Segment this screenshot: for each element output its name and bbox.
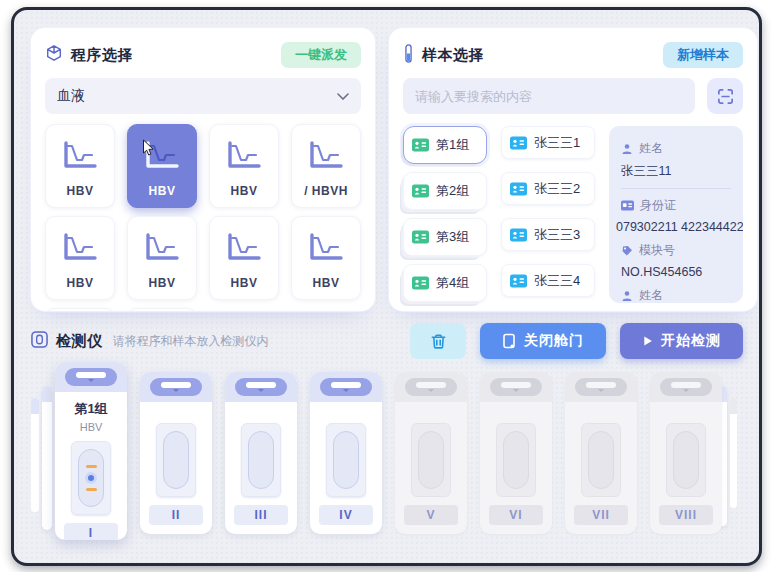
thermal-profile-icon (58, 137, 102, 173)
sample-name-label: 张三三1 (534, 134, 580, 152)
door-icon (502, 333, 516, 349)
clear-button[interactable] (410, 323, 466, 359)
cartridge-socket (156, 423, 196, 497)
hatch-handle-icon (65, 368, 117, 386)
group-column: 第1组 第2组 第3组 第4组 (403, 126, 487, 303)
sample-card-4[interactable]: 张三三4 (501, 264, 595, 297)
slot-numeral: VI (489, 505, 543, 525)
group-label: 第3组 (436, 228, 469, 246)
program-card-selected[interactable]: HBV (127, 124, 197, 208)
sample-idcard-icon (510, 274, 527, 288)
field-label-text: 姓名 (639, 140, 663, 157)
slot-body: V (395, 402, 467, 534)
thermal-profile-icon (304, 137, 348, 173)
empty-cartridge-slot (673, 431, 699, 489)
sample-card-2[interactable]: 张三三2 (501, 172, 595, 205)
cartridge-mark (86, 465, 97, 468)
group-idcard-icon (412, 230, 429, 244)
empty-cartridge-slot (163, 431, 189, 489)
sample-card-3[interactable]: 张三三3 (501, 218, 595, 251)
close-door-button[interactable]: 关闭舱门 (480, 323, 606, 359)
group-label: 第2组 (436, 182, 469, 200)
detector-icon (31, 331, 48, 352)
detector-slot-2[interactable]: II (140, 372, 212, 534)
field-label-text: 模块号 (639, 242, 675, 259)
slots-row: 第1组 HBV I (55, 362, 722, 540)
slot-numeral: VII (574, 505, 628, 525)
detector-slot-1[interactable]: 第1组 HBV I (55, 362, 127, 540)
test-tube-icon (403, 44, 414, 67)
trash-icon (430, 333, 447, 350)
sample-panel-title: 样本选择 (422, 46, 484, 65)
hatch-handle-icon (405, 378, 457, 396)
program-card-partial[interactable] (45, 308, 115, 311)
cartridge-socket (666, 423, 706, 497)
detector-title: 检测仪 (56, 332, 103, 351)
program-label: HBV (231, 276, 258, 290)
add-sample-button[interactable]: 新增样本 (663, 42, 743, 68)
detector-slot-3[interactable]: III (225, 372, 297, 534)
stacked-card-edge (31, 398, 39, 512)
sample-name-column: 张三三1 张三三2 张三三3 张三三4 (501, 126, 595, 303)
slot-body: VIII (650, 402, 722, 534)
detail-field-label: 身份证 (621, 197, 743, 214)
group-card-4[interactable]: 第4组 (403, 264, 487, 302)
field-value-text: 079302211 422344422 (616, 220, 743, 234)
sample-card-1[interactable]: 张三三1 (501, 126, 595, 159)
hatch-handle-icon (150, 378, 202, 396)
group-idcard-icon (412, 138, 429, 152)
hatch-handle-icon (660, 378, 712, 396)
sample-name-label: 张三三4 (534, 272, 580, 290)
hatch-handle-icon (235, 378, 287, 396)
detector-slot-4[interactable]: IV (310, 372, 382, 534)
group-label: 第4组 (436, 274, 469, 292)
program-label: / HBVH (304, 184, 348, 198)
program-card-partial[interactable] (127, 308, 197, 311)
one-click-dispatch-button[interactable]: 一键派发 (281, 42, 361, 68)
cartridge-socket (581, 423, 621, 497)
sample-name-label: 张三三2 (534, 180, 580, 198)
empty-cartridge-slot (503, 431, 529, 489)
slot-hatch (225, 372, 297, 402)
program-card[interactable]: HBV (291, 216, 361, 300)
detector-subtitle: 请将程序和样本放入检测仪内 (113, 333, 269, 350)
group-label: 第1组 (436, 136, 469, 154)
slot-body: VII (565, 402, 637, 534)
program-card[interactable]: HBV (209, 216, 279, 300)
field-label-text: 身份证 (640, 197, 676, 214)
field-value-text: 张三三11 (621, 163, 743, 180)
program-card[interactable]: HBV (209, 124, 279, 208)
play-icon (642, 335, 653, 347)
thermal-profile-icon (58, 229, 102, 265)
program-card[interactable]: HBV (127, 216, 197, 300)
slot-hatch (650, 372, 722, 402)
search-input[interactable] (403, 78, 695, 114)
field-value-text: NO.HS454656 (621, 265, 743, 279)
group-idcard-icon (412, 184, 429, 198)
program-card[interactable]: HBV (45, 124, 115, 208)
program-card[interactable]: / HBVH (291, 124, 361, 208)
sample-type-select[interactable]: 血液 (45, 78, 361, 114)
program-grid: HBV HBV HBV / HBVH HBV HBV (45, 124, 361, 311)
group-card-3[interactable]: 第3组 (403, 218, 487, 256)
group-card-1[interactable]: 第1组 (403, 126, 487, 164)
app-window: 程序选择 一键派发 血液 HBV HBV HBV / HBVH (11, 7, 762, 566)
start-detection-label: 开始检测 (661, 332, 721, 350)
stacked-card-edge (730, 398, 737, 508)
sample-panel-header: 样本选择 新增样本 (403, 42, 743, 68)
group-card-2[interactable]: 第2组 (403, 172, 487, 210)
slot-body: 第1组 HBV I (55, 392, 127, 540)
sample-name-label: 张三三3 (534, 226, 580, 244)
hatch-handle-icon (320, 378, 372, 396)
cartridge-socket (496, 423, 536, 497)
mouse-cursor-icon (142, 139, 155, 161)
slot-body: IV (310, 402, 382, 534)
thermal-profile-icon (140, 229, 184, 265)
detector-slot-8: VIII (650, 372, 722, 534)
cartridge-socket (411, 423, 451, 497)
program-card[interactable]: HBV (45, 216, 115, 300)
start-detection-button[interactable]: 开始检测 (620, 323, 743, 359)
scan-button[interactable] (707, 78, 743, 114)
slot-hatch (140, 372, 212, 402)
sample-idcard-icon (510, 136, 527, 150)
